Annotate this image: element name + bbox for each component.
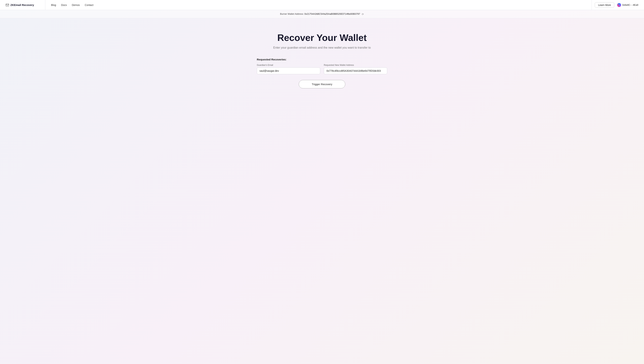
navbar: ZKEmail Recovery Blog Docs Demos Contact… (0, 0, 644, 10)
burner-prefix: Burner Wallet Address: (280, 13, 304, 15)
wallet-address-group: Requested New Wallet Address (324, 64, 387, 74)
refresh-icon[interactable]: ⟳ (362, 13, 364, 16)
guardian-email-group: Guardian's Email (257, 64, 320, 74)
wallet-address-label: Requested New Wallet Address (324, 64, 387, 66)
page-title: Recover Your Wallet (278, 33, 367, 43)
brand-label: ZKEmail Recovery (10, 4, 34, 7)
wallet-avatar (617, 3, 621, 7)
nav-links: Blog Docs Demos Contact (51, 4, 586, 7)
burner-address: 0x21754A2bBC5Afa25AaB0BB520E0714fbd30B37… (304, 13, 360, 15)
wallet-pill[interactable]: 0x6e8C····4Ea9 (617, 3, 638, 7)
nav-link-blog[interactable]: Blog (51, 4, 56, 7)
brand: ZKEmail Recovery (6, 4, 45, 7)
wallet-address-label: 0x6e8C····4Ea9 (622, 4, 638, 6)
svg-rect-0 (6, 4, 9, 6)
main-content: Recover Your Wallet Enter your guardian … (0, 18, 644, 88)
nav-link-demos[interactable]: Demos (72, 4, 80, 7)
page-subtitle: Enter your guardian email address and th… (273, 46, 371, 49)
nav-link-contact[interactable]: Contact (85, 4, 93, 7)
form-section: Requested Recoveries: Guardian's Email R… (254, 58, 390, 88)
guardian-email-input[interactable] (257, 67, 320, 74)
trigger-recovery-button[interactable]: Trigger Recovery (299, 80, 345, 88)
guardian-email-label: Guardian's Email (257, 64, 320, 66)
burner-banner: Burner Wallet Address: 0x21754A2bBC5Afa2… (0, 10, 644, 18)
mail-icon (6, 4, 9, 6)
wallet-address-input[interactable] (324, 67, 387, 74)
learn-more-button[interactable]: Learn More (595, 2, 614, 8)
nav-link-docs[interactable]: Docs (61, 4, 67, 7)
nav-actions: Learn More 0x6e8C····4Ea9 (592, 2, 638, 8)
form-row: Guardian's Email Requested New Wallet Ad… (257, 64, 387, 74)
section-label: Requested Recoveries: (257, 58, 387, 61)
